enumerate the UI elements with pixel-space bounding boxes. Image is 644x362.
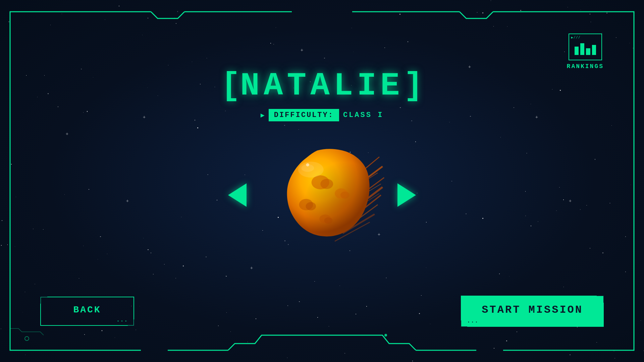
svg-point-30 [324, 217, 333, 224]
svg-point-28 [340, 191, 350, 198]
title-bracket-open: [ [221, 70, 240, 102]
title-bracket-close: ] [404, 70, 423, 102]
svg-point-24 [320, 179, 333, 189]
svg-point-26 [306, 202, 316, 210]
buttons-row: BACK START MISSION [40, 296, 604, 327]
next-asteroid-button[interactable] [397, 183, 416, 207]
asteroid-area [221, 125, 423, 265]
asteroid-image [258, 131, 386, 259]
prev-asteroid-button[interactable] [228, 183, 247, 207]
btn-corner-decoration-2 [461, 320, 467, 327]
difficulty-label: DIFFICULTY: [269, 109, 339, 121]
start-mission-button[interactable]: START MISSION [461, 296, 604, 327]
title-container: [ NATALIE ] [221, 70, 423, 102]
mission-title: NATALIE [240, 70, 404, 102]
back-button[interactable]: BACK [40, 297, 134, 326]
difficulty-container: ▶ DIFFICULTY: CLASS I [261, 109, 384, 121]
btn-corner-decoration [128, 319, 135, 326]
difficulty-arrow: ▶ [261, 111, 265, 119]
svg-point-33 [306, 163, 310, 167]
difficulty-value: CLASS I [343, 111, 383, 119]
